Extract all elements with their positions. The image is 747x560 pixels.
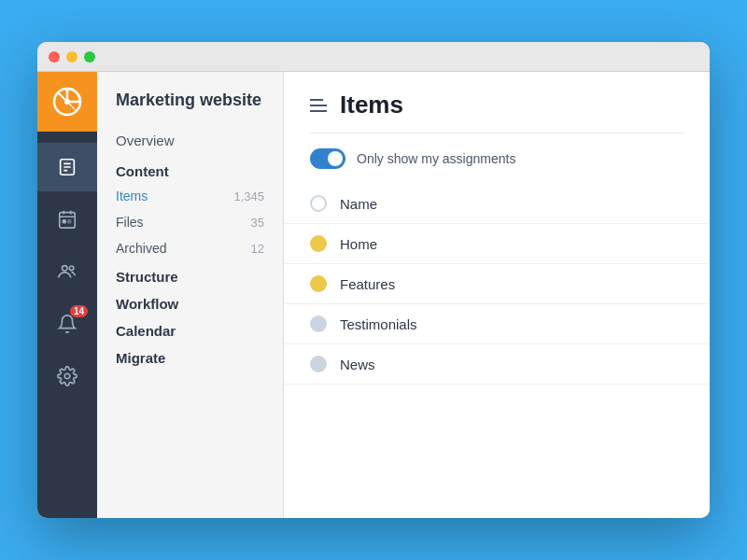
settings-icon: [57, 366, 78, 386]
main-content: Items Only show my assignments Name Home: [284, 72, 710, 518]
sidebar-item-settings[interactable]: [37, 352, 97, 400]
item-dot-empty: [310, 195, 327, 212]
sidebar-icons-container: 14: [37, 132, 97, 518]
item-label: Home: [340, 236, 377, 252]
nav-item-items[interactable]: Items 1,345: [97, 183, 283, 209]
hamburger-menu[interactable]: [310, 99, 327, 112]
notification-badge: 14: [70, 305, 88, 317]
item-label: News: [340, 357, 375, 372]
nav-item-files[interactable]: Files 35: [97, 209, 283, 235]
item-label: Testimonials: [340, 316, 417, 332]
sidebar-item-notifications[interactable]: 14: [37, 300, 97, 348]
sidebar-item-team[interactable]: [37, 247, 97, 296]
content-header: Items: [284, 72, 710, 119]
nav-section-workflow[interactable]: Workflow: [97, 288, 283, 315]
svg-rect-13: [68, 220, 71, 223]
item-label: Features: [340, 276, 395, 292]
assignments-toggle[interactable]: [310, 148, 345, 169]
browser-titlebar: [37, 42, 710, 72]
list-item[interactable]: Name: [284, 184, 710, 224]
svg-line-3: [67, 102, 76, 110]
nav-section-calendar[interactable]: Calendar: [97, 315, 283, 343]
nav-section-content: Content: [97, 156, 283, 183]
sidebar-item-calendar[interactable]: [37, 195, 97, 244]
icon-sidebar: 14: [37, 72, 97, 518]
item-label: Name: [340, 196, 377, 212]
list-item[interactable]: News: [284, 344, 710, 385]
toggle-label: Only show my assignments: [357, 151, 515, 166]
item-dot-gray: [310, 315, 327, 332]
logo-icon: [50, 85, 84, 119]
maximize-button[interactable]: [84, 51, 95, 63]
list-item[interactable]: Features: [284, 264, 710, 304]
calendar-icon: [57, 209, 78, 230]
nav-item-overview[interactable]: Overview: [97, 125, 283, 156]
minimize-button[interactable]: [66, 51, 78, 63]
svg-point-14: [63, 266, 68, 272]
svg-rect-8: [60, 213, 76, 229]
svg-line-2: [59, 93, 67, 102]
nav-section-structure[interactable]: Structure: [97, 261, 283, 288]
documents-icon: [57, 157, 78, 177]
page-title: Items: [340, 91, 403, 119]
items-list: Name Home Features Testimonials: [284, 184, 710, 518]
project-title: Marketing website: [97, 72, 283, 125]
app-layout: 14 Marketing website Overview Content It…: [37, 72, 710, 518]
item-dot-yellow: [310, 275, 327, 292]
svg-rect-12: [63, 220, 65, 223]
close-button[interactable]: [49, 51, 60, 63]
nav-section-migrate[interactable]: Migrate: [97, 343, 283, 370]
sidebar-item-documents[interactable]: [37, 143, 97, 191]
toggle-row: Only show my assignments: [284, 133, 710, 184]
item-dot-yellow: [310, 235, 327, 252]
svg-point-16: [64, 373, 70, 379]
team-icon: [57, 261, 78, 282]
nav-item-archived[interactable]: Archived 12: [97, 235, 283, 261]
list-item[interactable]: Testimonials: [284, 304, 710, 344]
item-dot-gray: [310, 356, 327, 372]
svg-point-15: [69, 266, 74, 271]
list-item[interactable]: Home: [284, 224, 710, 264]
nav-sidebar: Marketing website Overview Content Items…: [97, 72, 284, 518]
logo-area[interactable]: [37, 72, 97, 132]
browser-window: 14 Marketing website Overview Content It…: [37, 42, 710, 518]
